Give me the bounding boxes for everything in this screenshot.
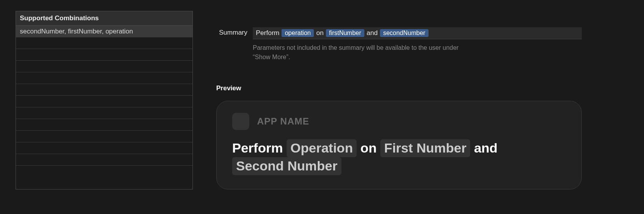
table-row[interactable]: [16, 107, 192, 119]
app-name-label: APP NAME: [257, 116, 309, 127]
preview-param-operation: Operation: [287, 139, 357, 157]
preview-text-part: Perform: [232, 140, 283, 155]
table-row[interactable]: [16, 154, 192, 166]
summary-label: Summary: [216, 27, 247, 37]
preview-summary-text: Perform Operation on First Number and Se…: [232, 139, 566, 175]
summary-text: on: [316, 29, 324, 37]
preview-param-secondnumber: Second Number: [232, 157, 341, 175]
preview-text-part: and: [474, 140, 497, 155]
table-row[interactable]: [16, 166, 192, 177]
table-row[interactable]: [16, 61, 192, 72]
table-header: Supported Combinations: [16, 11, 192, 26]
table-row[interactable]: [16, 131, 192, 142]
table-row[interactable]: [16, 49, 192, 61]
table-row[interactable]: [16, 96, 192, 107]
preview-label: Preview: [216, 84, 582, 92]
summary-token-firstnumber[interactable]: firstNumber: [326, 29, 364, 37]
app-icon: [232, 113, 249, 130]
summary-text: and: [367, 29, 378, 37]
summary-field[interactable]: Perform operation on firstNumber and sec…: [253, 27, 582, 39]
table-row[interactable]: secondNumber, firstNumber, operation: [16, 26, 192, 37]
summary-text: Perform: [256, 29, 279, 37]
summary-token-secondnumber[interactable]: secondNumber: [380, 29, 429, 37]
table-row[interactable]: [16, 72, 192, 84]
summary-token-operation[interactable]: operation: [282, 29, 314, 37]
preview-text-part: on: [360, 140, 377, 155]
preview-param-firstnumber: First Number: [380, 139, 471, 157]
supported-combinations-table[interactable]: Supported Combinations secondNumber, fir…: [16, 11, 193, 189]
summary-help-text: Parameters not included in the summary w…: [253, 43, 471, 62]
table-row[interactable]: [16, 37, 192, 49]
table-row[interactable]: [16, 119, 192, 131]
preview-card: APP NAME Perform Operation on First Numb…: [216, 101, 582, 189]
table-row[interactable]: [16, 84, 192, 96]
table-row[interactable]: [16, 142, 192, 154]
